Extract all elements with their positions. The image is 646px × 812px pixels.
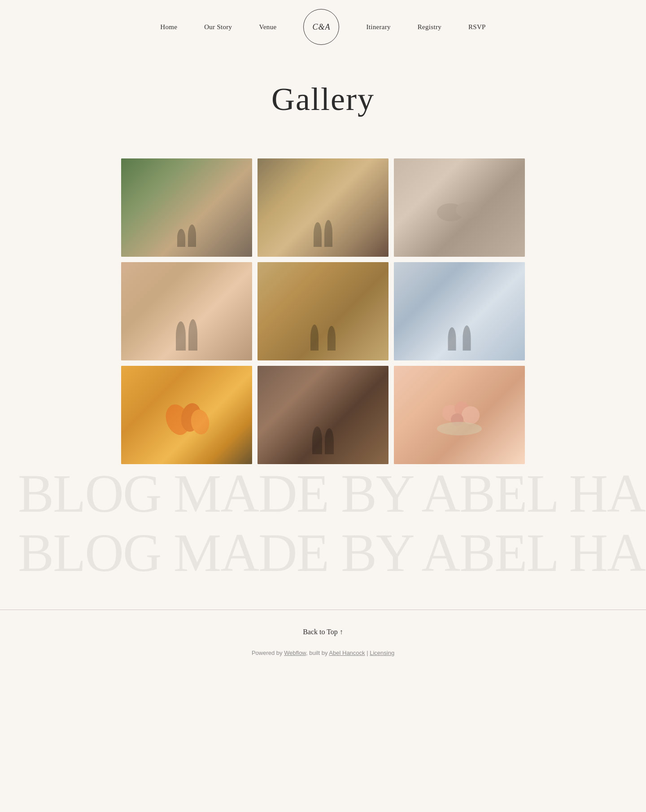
gallery-photo-2 [258,158,388,257]
credit-middle: , built by [306,650,329,656]
navigation: Home Our Story Venue C&A Itinerary Regis… [0,0,646,54]
gallery-photo-8 [258,366,388,464]
gallery-grid [121,158,525,464]
gallery-photo-4 [121,262,252,360]
gallery-item-4[interactable] [121,262,252,360]
gallery-item-7[interactable] [121,366,252,464]
footer-credit: Powered by Webflow, built by Abel Hancoc… [9,650,637,656]
svg-point-9 [462,406,480,424]
credit-separator: | [365,650,370,656]
credit-name[interactable]: Abel Hancock [329,650,365,656]
nav-logo[interactable]: C&A [303,9,339,45]
gallery-item-9[interactable] [394,366,525,464]
gallery-photo-3 [394,158,525,257]
nav-logo-text: C&A [312,22,330,32]
svg-point-11 [437,422,482,435]
gallery-item-1[interactable] [121,158,252,257]
svg-point-1 [456,202,481,218]
gallery-item-8[interactable] [258,366,388,464]
gallery-header: Gallery [0,54,646,132]
nav-rsvp[interactable]: RSVP [468,23,486,31]
gallery-photo-7 [121,366,252,464]
gallery-section [103,158,543,464]
gallery-item-6[interactable] [394,262,525,360]
page-title: Gallery [9,81,637,118]
nav-home[interactable]: Home [160,23,177,31]
nav-our-story[interactable]: Our Story [204,23,232,31]
gallery-item-5[interactable] [258,262,388,360]
gallery-photo-9 [394,366,525,464]
nav-itinerary[interactable]: Itinerary [366,23,390,31]
footer: Back to Top ↑ Powered by Webflow, built … [0,610,646,670]
gallery-item-2[interactable] [258,158,388,257]
credit-webflow[interactable]: Webflow [284,650,306,656]
gallery-photo-1 [121,158,252,257]
credit-licensing[interactable]: Licensing [370,650,394,656]
nav-venue[interactable]: Venue [259,23,276,31]
gallery-photo-6 [394,262,525,360]
back-to-top-link[interactable]: Back to Top ↑ [9,628,637,636]
watermark: BLOG MADE BY ABEL HANCOCK BLOG MADE BY A… [0,455,646,592]
gallery-item-3[interactable] [394,158,525,257]
credit-prefix: Powered by [252,650,284,656]
nav-registry[interactable]: Registry [418,23,441,31]
gallery-photo-5 [258,262,388,360]
